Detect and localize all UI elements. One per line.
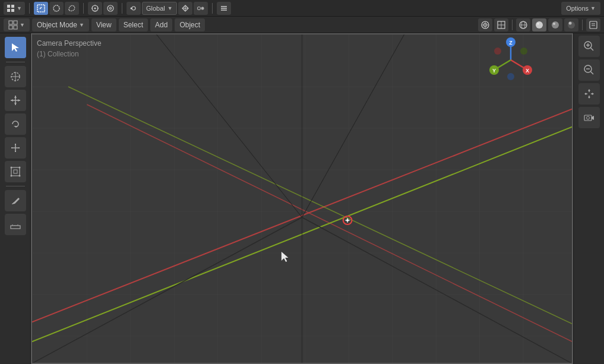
editor-icon-button[interactable]: ▼ xyxy=(4,18,30,31)
sep2 xyxy=(83,3,84,14)
svg-rect-44 xyxy=(590,21,597,29)
svg-marker-130 xyxy=(592,93,594,95)
svg-rect-26 xyxy=(9,26,12,29)
select-tool-button[interactable] xyxy=(5,37,26,58)
svg-point-67 xyxy=(10,175,12,177)
svg-text:Z: Z xyxy=(509,40,513,46)
global-dropdown[interactable]: Global ▼ xyxy=(142,2,177,15)
view-menu-button[interactable]: View xyxy=(91,18,116,31)
sidebar-sep2 xyxy=(6,186,25,186)
svg-text:X: X xyxy=(526,68,529,74)
sidebar-sep1 xyxy=(6,62,25,62)
select-mode-box[interactable] xyxy=(34,2,48,15)
svg-marker-127 xyxy=(588,89,590,91)
svg-point-5 xyxy=(53,5,59,11)
options-button[interactable]: Options ▼ xyxy=(561,2,600,15)
sep4 xyxy=(212,3,213,14)
add-menu-button[interactable]: Add xyxy=(150,18,172,31)
svg-rect-25 xyxy=(14,21,17,24)
svg-point-133 xyxy=(586,116,589,119)
gizmo-widget[interactable]: Z X Y xyxy=(487,36,535,84)
sep1 xyxy=(29,3,30,14)
snap-icon-button[interactable] xyxy=(88,2,102,15)
svg-point-20 xyxy=(201,7,204,10)
sep5 xyxy=(512,20,513,30)
svg-point-66 xyxy=(18,167,20,169)
rendered-shading-button[interactable] xyxy=(564,18,578,31)
svg-point-68 xyxy=(18,175,20,177)
viewport-overlays-button[interactable] xyxy=(478,18,492,31)
wireframe-shading-button[interactable] xyxy=(516,18,530,31)
zoom-out-button[interactable] xyxy=(578,59,600,81)
svg-marker-129 xyxy=(584,93,586,95)
sep6 xyxy=(582,20,583,30)
svg-rect-3 xyxy=(11,9,14,12)
transform-tool-button[interactable] xyxy=(5,161,26,182)
svg-rect-1 xyxy=(11,5,14,8)
extra-icons-button[interactable] xyxy=(217,2,231,15)
svg-marker-128 xyxy=(588,97,590,99)
svg-line-126 xyxy=(590,72,593,75)
viewport-canvas[interactable]: Camera Perspective (1) Collection Z X xyxy=(31,33,573,364)
svg-text:Y: Y xyxy=(492,68,496,74)
material-shading-button[interactable] xyxy=(548,18,562,31)
svg-point-119 xyxy=(520,48,527,55)
add-label: Add xyxy=(155,21,167,29)
svg-line-123 xyxy=(590,48,593,51)
svg-point-38 xyxy=(536,21,543,29)
cursor-tool-button[interactable] xyxy=(5,66,26,87)
pan-button[interactable] xyxy=(578,83,600,105)
editor-type-group: ▼ xyxy=(4,2,25,15)
rotate-tool-button[interactable] xyxy=(5,113,26,135)
editor-properties-button[interactable] xyxy=(586,18,600,31)
measure-tool-button[interactable] xyxy=(5,214,26,235)
global-label: Global xyxy=(146,5,165,12)
svg-rect-59 xyxy=(11,147,12,148)
select-menu-button[interactable]: Select xyxy=(119,18,148,31)
svg-point-117 xyxy=(507,73,514,80)
svg-point-40 xyxy=(552,21,559,29)
object-menu-button[interactable]: Object xyxy=(175,18,205,31)
svg-rect-64 xyxy=(14,170,17,173)
object-mode-button[interactable]: Object Mode ▼ xyxy=(32,18,89,31)
select-mode-lasso[interactable] xyxy=(65,2,79,15)
svg-rect-24 xyxy=(9,21,12,24)
svg-point-16 xyxy=(130,7,132,9)
zoom-in-button[interactable] xyxy=(578,36,600,57)
svg-point-19 xyxy=(197,7,200,10)
svg-point-14 xyxy=(110,8,111,9)
snap-group xyxy=(88,2,118,15)
proportional-edit-button[interactable] xyxy=(103,2,118,15)
global-chevron: ▼ xyxy=(167,5,173,11)
svg-point-15 xyxy=(132,7,135,10)
select-label: Select xyxy=(124,21,143,29)
svg-point-43 xyxy=(569,21,572,24)
viewport-gizmos-button[interactable] xyxy=(494,18,508,31)
top-toolbar: ▼ xyxy=(0,0,604,17)
move-tool-button[interactable] xyxy=(5,90,26,111)
annotate-tool-button[interactable] xyxy=(5,190,26,211)
object-mode-label: Object Mode xyxy=(37,21,77,29)
solid-shading-button[interactable] xyxy=(532,18,546,31)
left-sidebar xyxy=(0,33,31,364)
right-nav-panel xyxy=(573,33,604,364)
svg-rect-61 xyxy=(15,144,16,145)
scale-tool-button[interactable] xyxy=(5,137,26,159)
svg-point-39 xyxy=(537,23,539,24)
editor-type-button[interactable]: ▼ xyxy=(4,2,25,15)
svg-rect-60 xyxy=(18,147,20,148)
select-mode-circle[interactable] xyxy=(49,2,64,15)
svg-rect-0 xyxy=(7,5,10,8)
snap-pivot-button[interactable] xyxy=(194,2,208,15)
pivot-point-button[interactable] xyxy=(127,2,141,15)
viewport[interactable]: Camera Perspective (1) Collection Z X xyxy=(31,33,573,364)
camera-button[interactable] xyxy=(578,107,600,128)
svg-rect-63 xyxy=(11,167,20,176)
svg-rect-27 xyxy=(14,26,17,29)
svg-rect-70 xyxy=(11,226,20,229)
transform-icon-button[interactable] xyxy=(178,2,192,15)
header-bar: ▼ Object Mode ▼ View Select Add Object xyxy=(0,17,604,33)
sep3 xyxy=(122,3,122,14)
svg-marker-52 xyxy=(14,96,17,98)
transform-group: Global ▼ xyxy=(127,2,208,15)
